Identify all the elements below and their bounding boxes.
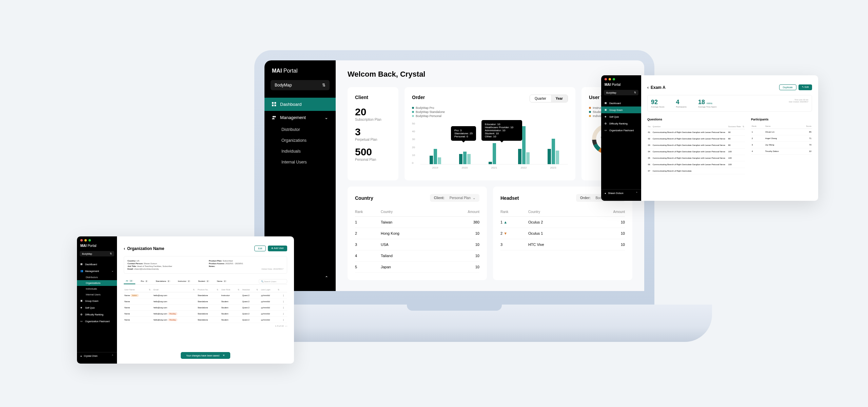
tab-standalone[interactable]: Standalone2 — [154, 278, 172, 284]
table-row[interactable]: 2Angel Chang71 — [751, 135, 812, 142]
close-dot[interactable] — [605, 78, 607, 80]
trend-down-icon: ▼ — [504, 231, 507, 235]
exam-stats: 92Average Score 4Participants 18 minsAve… — [647, 95, 812, 112]
client-sub-label: Subscription Plan — [355, 118, 391, 121]
svg-point-4 — [273, 116, 274, 118]
maximize-dot[interactable] — [88, 239, 91, 241]
back-icon[interactable]: ‹ — [647, 85, 649, 90]
legend-dot-per — [412, 115, 414, 117]
table-row[interactable]: 5Japan10 — [355, 261, 479, 273]
table-row[interactable]: Name hello@org.com PendingStandaloneStud… — [124, 311, 287, 317]
nav-dashboard[interactable]: Dashboard — [264, 98, 336, 111]
table-row[interactable]: 03Communicating Branch of Right Genicula… — [647, 142, 745, 149]
nav-individuals[interactable]: Individuals — [77, 286, 117, 292]
add-user-button[interactable]: ⊕ Add User — [268, 246, 287, 251]
toggle-quarter[interactable]: Quarter — [530, 95, 551, 102]
table-row[interactable]: 2Hong Kong10 — [355, 228, 479, 239]
tab-student[interactable]: Student2 — [196, 278, 211, 284]
svg-rect-2 — [272, 104, 274, 106]
table-row[interactable]: 01Communicating Branch of Right Genicula… — [647, 129, 745, 136]
nav-internal-users[interactable]: Internal Users — [264, 157, 336, 168]
minimize-dot[interactable] — [84, 239, 87, 241]
client-card: Client 20 Subscription Plan 3 Perpetual … — [348, 87, 398, 180]
edit-button[interactable]: Edit — [254, 246, 266, 251]
nav-difficulty[interactable]: ◍Difficulty Ranking — [77, 311, 117, 318]
search-input[interactable]: 🔍 Search Users — [259, 279, 287, 284]
tab-instructor[interactable]: Instructor2 — [176, 278, 193, 284]
user-menu[interactable]: ●Shawn Dotson⌃ — [601, 189, 641, 196]
close-dot[interactable] — [80, 239, 83, 241]
client-title: Client — [355, 95, 391, 100]
nav-difficulty[interactable]: ◍Difficulty Ranking — [601, 120, 641, 127]
table-row[interactable]: 4Timothy Dalton22 — [751, 148, 812, 155]
minimize-dot[interactable] — [609, 78, 611, 80]
nav-organizations[interactable]: Organizations — [77, 280, 117, 286]
edit-button[interactable]: ✎ Edit — [798, 84, 812, 90]
nav-flashcard[interactable]: ▭Organization Flashcard — [77, 318, 117, 325]
table-row[interactable]: 3Joy Wang70 — [751, 142, 812, 148]
questions-table: No.QuestionSuccess Rate⇅ 01Communicating… — [647, 124, 745, 174]
nav-internal[interactable]: Internal Users — [77, 292, 117, 297]
nav-flashcard[interactable]: ▭Organization Flashcard — [601, 127, 641, 134]
laptop-frame: MAI Portal BodyMap ⇅ Dashboard Managemen… — [254, 50, 654, 305]
table-row[interactable]: 1Chuan Lin85 — [751, 129, 812, 135]
country-table: Rank Country Amount 1Taiwan3802Hong Kong… — [355, 207, 479, 273]
country-filter[interactable]: Client: Personal Plan ⌄ — [430, 194, 479, 202]
table-row[interactable]: 07Communicating Branch of Right Genicula… — [647, 168, 745, 174]
svg-point-5 — [274, 116, 276, 118]
nav-self-quiz[interactable]: ◈Self Quiz — [77, 304, 117, 311]
questions-title: Questions — [647, 118, 745, 121]
app-logo: MAI Portal — [601, 83, 641, 90]
table-row[interactable]: 06Communicating Branch of Right Genicula… — [647, 161, 745, 168]
nav-organizations[interactable]: Organizations — [264, 135, 336, 146]
tab-all[interactable]: All13 — [124, 278, 135, 284]
table-row[interactable]: 4Tailand10 — [355, 250, 479, 261]
users-icon: 👥 — [80, 270, 83, 272]
svg-rect-3 — [274, 104, 276, 106]
nav-dashboard[interactable]: ▦DashBoard — [77, 261, 117, 268]
nav-group-exam[interactable]: ▣Group Exam — [601, 106, 641, 113]
product-selector[interactable]: BodyMap⇅ — [80, 251, 114, 256]
product-selector[interactable]: BodyMap⇅ — [604, 90, 638, 95]
table-row[interactable]: 1 ▲Oculus 210 — [500, 217, 625, 228]
close-icon[interactable]: ✕ — [223, 354, 225, 357]
tooltip-2021: Pro: 3Standalone: 25Personal: 0 — [451, 126, 476, 141]
table-row[interactable]: 1Taiwan380 — [355, 217, 479, 228]
back-icon[interactable]: ‹ — [124, 246, 125, 251]
user-menu[interactable]: ●Crystal Chen⌃ — [77, 352, 117, 359]
table-row[interactable]: 05Communicating Branch of Right Genicula… — [647, 155, 745, 161]
exam-icon: ▣ — [80, 299, 83, 302]
nav-management[interactable]: Management ⌄ — [264, 111, 336, 124]
nav-distributor[interactable]: Distributor — [264, 124, 336, 135]
tab-pro[interactable]: Pro2 — [139, 278, 150, 284]
product-selector[interactable]: BodyMap ⇅ — [271, 80, 330, 90]
nav-individuals[interactable]: Individuals — [264, 146, 336, 157]
table-row[interactable]: 04Communicating Branch of Right Genicula… — [647, 149, 745, 155]
tab-name[interactable]: Name2 — [215, 278, 229, 284]
table-row[interactable]: 3 HTC Vive10 — [500, 239, 625, 250]
order-chart: 50403020100 20192020202120222023 Pro: 3S… — [412, 122, 568, 173]
org-title: ‹Organization Name — [124, 246, 164, 251]
client-sub-num: 20 — [355, 106, 391, 118]
table-row[interactable]: Name hello@org.com PendingStandaloneStud… — [124, 317, 287, 323]
nav-dashboard[interactable]: ▦Dashboard — [601, 100, 641, 106]
participants-title: Participants — [751, 118, 812, 121]
table-row[interactable]: 3USA10 — [355, 239, 479, 250]
toggle-year[interactable]: Year — [551, 95, 568, 102]
nav-self-quiz[interactable]: ◈Self Quiz — [601, 113, 641, 120]
table-row[interactable]: Name Adminhello@org.com StandaloneInstru… — [124, 292, 287, 298]
grid-icon — [272, 102, 276, 106]
nav-group-exam[interactable]: ▣Group Exam — [77, 297, 117, 304]
maximize-dot[interactable] — [613, 78, 615, 80]
avatar-icon: ● — [605, 192, 606, 194]
org-sidebar: MAI Portal BodyMap⇅ ▦DashBoard 👥Manageme… — [77, 236, 117, 364]
table-row[interactable]: 02Communicating Branch of Right Genicula… — [647, 136, 745, 142]
table-row[interactable]: 2 ▼Oculus 110 — [500, 228, 625, 239]
nav-management[interactable]: 👥Management⌄ — [77, 268, 117, 274]
chevron-down-icon: ⌄ — [473, 196, 475, 200]
table-row[interactable]: Name hello@org.com StandaloneStudentQues… — [124, 298, 287, 305]
table-row[interactable]: Name hello@org.com StandaloneStudentQues… — [124, 305, 287, 311]
duplicate-button[interactable]: Duplicate — [779, 84, 796, 90]
nav-distributors[interactable]: Distributors — [77, 274, 117, 280]
users-icon — [272, 115, 276, 120]
